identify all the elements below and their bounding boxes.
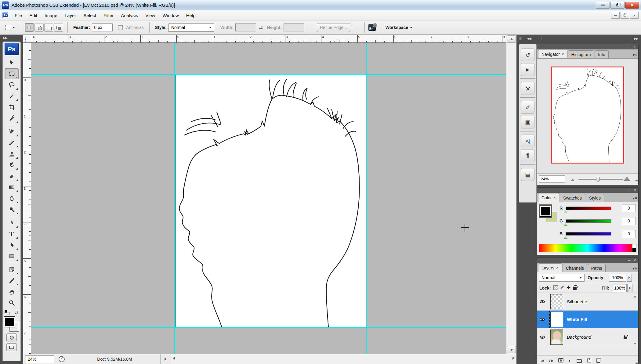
scroll-right-icon[interactable]: [512, 357, 515, 360]
layer-name[interactable]: Background: [567, 334, 591, 340]
tab-layers[interactable]: Layers ×: [538, 263, 562, 272]
guide-horizontal-top[interactable]: [31, 74, 506, 75]
lock-transparency-button[interactable]: [553, 285, 558, 290]
eraser-tool[interactable]: [5, 171, 19, 182]
menu-item-help[interactable]: Help: [183, 12, 199, 19]
menu-item-view[interactable]: View: [142, 12, 159, 19]
adjustment-layer-button[interactable]: ◐: [569, 358, 571, 363]
guide-vertical-left[interactable]: [174, 43, 175, 354]
delete-layer-button[interactable]: [596, 359, 600, 363]
green-slider-track[interactable]: [566, 219, 611, 223]
tool-preset-picker[interactable]: [3, 24, 17, 31]
swap-dimensions-icon[interactable]: ⇄: [259, 25, 263, 31]
red-slider-track[interactable]: [566, 207, 611, 210]
opacity-slider-button[interactable]: [627, 274, 632, 282]
panel-minimize-button[interactable]: –: [628, 45, 630, 49]
minimize-button[interactable]: [596, 2, 610, 9]
screen-mode-button[interactable]: [6, 343, 17, 351]
panel-menu-button[interactable]: ▾ ≡: [633, 266, 637, 271]
status-zoom-field[interactable]: 24%: [25, 355, 54, 363]
crop-tool[interactable]: [5, 102, 19, 113]
subtract-selection-button[interactable]: [44, 23, 53, 32]
ps-logo-button[interactable]: Ps: [5, 43, 19, 55]
zoom-in-icon[interactable]: [624, 177, 630, 181]
status-flyout-button[interactable]: [161, 354, 171, 364]
layer-style-button[interactable]: fx: [549, 358, 553, 363]
move-tool[interactable]: [5, 57, 19, 68]
panel-menu-button[interactable]: ▾ ≡: [633, 53, 637, 57]
panel-resize-grip[interactable]: [633, 180, 638, 184]
foreground-color-swatch[interactable]: [4, 316, 15, 327]
blend-mode-select[interactable]: Normal: [539, 274, 585, 282]
feather-input[interactable]: 0 px: [92, 23, 113, 31]
list-scroll-down-icon[interactable]: [633, 343, 636, 345]
green-value-field[interactable]: 0: [622, 217, 636, 225]
dock-expand-button[interactable]: ◀◀: [527, 37, 531, 41]
horizontal-scrollbar[interactable]: [171, 354, 516, 364]
guide-horizontal-bottom[interactable]: [31, 327, 506, 328]
rectangular-marquee-tool[interactable]: [5, 68, 19, 80]
character-panel-button[interactable]: A|: [521, 135, 534, 147]
restore-button[interactable]: [610, 2, 625, 9]
scroll-down-button[interactable]: [507, 346, 516, 353]
pencil-tool[interactable]: [5, 137, 19, 149]
doc-restore-button[interactable]: [621, 12, 629, 19]
rectangle-shape-tool[interactable]: [5, 251, 19, 262]
fill-slider-button[interactable]: [627, 284, 632, 292]
scroll-left-icon[interactable]: [173, 357, 175, 360]
navigator-proxy-view[interactable]: [551, 67, 624, 164]
foreground-color-swatch[interactable]: [540, 206, 551, 217]
menu-item-filter[interactable]: Filter: [100, 12, 117, 19]
menu-item-edit[interactable]: Edit: [26, 12, 41, 19]
fill-field[interactable]: 100%: [613, 284, 627, 292]
visibility-cell[interactable]: [537, 293, 548, 310]
workspace-button[interactable]: Workspace: [386, 25, 412, 30]
blur-tool[interactable]: [5, 193, 19, 204]
lasso-tool[interactable]: [5, 79, 19, 91]
tab-info[interactable]: Info: [595, 50, 608, 58]
blue-slider-track[interactable]: [566, 232, 611, 236]
add-selection-button[interactable]: [34, 23, 44, 32]
refine-edge-button[interactable]: Refine Edge...: [315, 23, 352, 32]
visibility-cell[interactable]: [537, 311, 548, 328]
guide-vertical-right[interactable]: [366, 43, 367, 354]
eyedropper-tool[interactable]: [5, 275, 19, 287]
blue-value-field[interactable]: 0: [622, 230, 636, 238]
layer-row-silhouette[interactable]: Silhouette: [537, 293, 638, 311]
paragraph-panel-button[interactable]: ¶: [521, 149, 534, 162]
lock-all-button[interactable]: [573, 287, 577, 290]
panel-close-button[interactable]: ×: [634, 188, 636, 192]
panel-close-button[interactable]: ×: [634, 45, 636, 49]
status-doc-info[interactable]: Doc: 9.52M/16.8M: [69, 354, 161, 364]
tab-close-icon[interactable]: ×: [553, 195, 556, 200]
blue-slider-thumb[interactable]: [564, 236, 567, 238]
new-layer-button[interactable]: [587, 359, 591, 362]
layer-thumbnail[interactable]: [550, 330, 563, 345]
layer-row-white-fill[interactable]: White Fill: [537, 311, 638, 328]
document-canvas[interactable]: [175, 75, 366, 327]
tab-color[interactable]: Color ×: [538, 193, 559, 202]
dock-grip[interactable]: |||: [538, 36, 542, 40]
layer-name[interactable]: White Fill: [567, 317, 587, 322]
green-slider-thumb[interactable]: [564, 223, 567, 225]
gradient-tool[interactable]: [5, 182, 19, 193]
red-value-field[interactable]: 0: [622, 204, 636, 212]
link-layers-button[interactable]: ∞: [541, 358, 544, 363]
menu-item-file[interactable]: File: [11, 12, 26, 19]
navigator-zoom-slider[interactable]: [578, 179, 623, 180]
brushes-panel-button[interactable]: ✐: [521, 101, 534, 114]
slider-thumb[interactable]: [596, 177, 600, 182]
panel-close-button[interactable]: ×: [634, 258, 636, 262]
toolbar-collapse-button[interactable]: ▶▶: [3, 36, 7, 40]
type-tool[interactable]: T: [5, 229, 19, 240]
red-slider-thumb[interactable]: [564, 210, 567, 213]
actions-panel-button[interactable]: ▶: [521, 63, 534, 76]
vertical-scrollbar[interactable]: [506, 35, 516, 354]
quick-mask-button[interactable]: [6, 333, 17, 341]
lock-position-button[interactable]: ✚: [567, 285, 571, 290]
clone-source-panel-button[interactable]: ▣: [521, 116, 534, 128]
panel-menu-button[interactable]: ▾ ≡: [633, 196, 637, 200]
layer-name[interactable]: Silhouette: [567, 299, 587, 304]
layer-thumbnail[interactable]: [550, 294, 563, 309]
doc-minimize-button[interactable]: [611, 12, 620, 19]
